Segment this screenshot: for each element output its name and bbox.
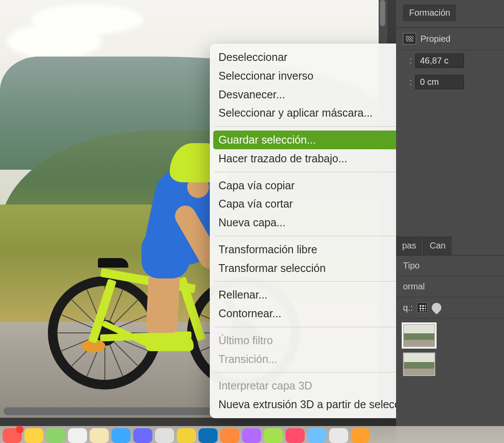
dimension-2-label: : [403,77,412,87]
tab-formacion[interactable]: Formación [403,4,456,21]
kind-selector[interactable]: Tipo [396,255,504,276]
dock-app-icon[interactable] [220,428,239,443]
dock-app-icon[interactable] [68,428,87,443]
dock-app-icon[interactable] [111,428,131,443]
dock [0,426,504,443]
dock-app-icon[interactable] [264,428,283,443]
document-icon [403,33,416,44]
dock-app-icon[interactable] [24,428,44,443]
dimension-1-label: : [403,56,412,66]
tab-capas[interactable]: pas [396,236,422,255]
dock-app-icon[interactable] [307,428,326,443]
dock-app-icon[interactable] [329,428,348,443]
dock-app-icon[interactable] [351,428,370,443]
dock-app-icon[interactable] [155,428,174,443]
dock-app-icon[interactable] [242,428,261,443]
dock-app-icon[interactable] [133,428,152,443]
dock-app-icon[interactable] [286,428,305,443]
dimension-2-value[interactable]: 0 cm [415,75,464,89]
layer-thumbnail-1[interactable] [403,324,435,347]
lock-label: q.: [403,303,413,313]
horizontal-scrollbar[interactable] [3,407,212,415]
properties-header[interactable]: Propied [396,28,504,50]
properties-label: Propied [420,34,450,44]
lock-pixels-icon[interactable] [417,302,427,313]
dock-app-icon[interactable] [198,428,218,443]
tab-canales[interactable]: Can [423,236,452,255]
dimension-1-value[interactable]: 46,87 c [415,54,464,68]
dock-app-icon[interactable] [177,428,196,443]
blend-mode-selector[interactable]: ormal [396,276,504,297]
layer-thumbnail-2[interactable] [403,352,435,376]
properties-panel: Formación Propied : 46,87 c : 0 cm pas C… [396,0,504,443]
dock-app-icon[interactable] [46,428,65,443]
dock-app-icon[interactable] [3,428,22,443]
lock-brush-icon[interactable] [430,301,444,314]
dock-app-icon[interactable] [90,428,109,443]
